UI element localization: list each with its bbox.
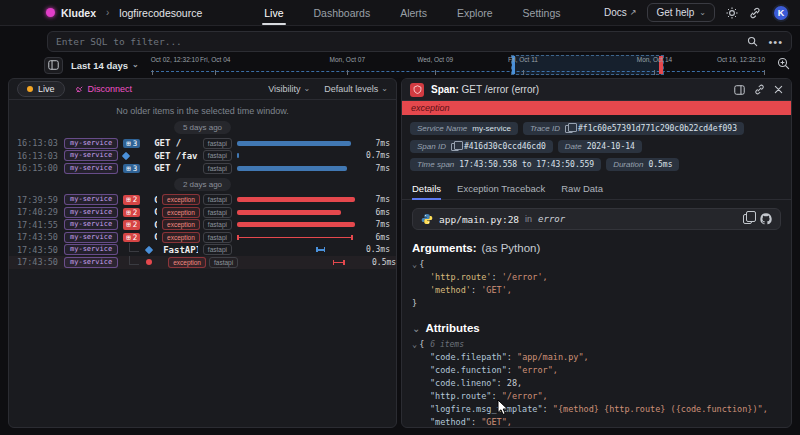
share-link-button[interactable] [749,7,761,19]
copy-icon[interactable] [565,125,573,133]
attr-value: "GET", [476,417,512,427]
child-count-badge[interactable]: ⊞3 [123,164,140,174]
row-timestamp: 17:39:59 [17,195,59,205]
visibility-dropdown[interactable]: Visibility⌄ [268,84,310,94]
user-avatar[interactable]: K [772,4,790,22]
timeline-row: Last 14 days⌄ Oct 02, 12:32:10Fri, Oct 0… [8,55,792,75]
trace-row[interactable]: 17:43:50my-service⊞2GET /errorexceptionf… [9,231,396,244]
timeline-baseline [151,71,765,72]
fastapi-tag[interactable]: fastapi [203,232,232,243]
span-name[interactable]: GET / [154,163,198,173]
function-name: error [538,214,565,224]
empty-window-note: No older items in the selected time wind… [9,106,396,116]
row-timestamp: 16:15:00 [17,163,59,173]
project-name[interactable]: logfirecodesource [119,7,202,19]
span-name[interactable]: GET /error [154,232,157,242]
fastapi-tag[interactable]: fastapi [203,219,232,230]
time-range-dropdown[interactable]: Last 14 days⌄ [71,60,139,71]
copy-icon[interactable] [743,214,752,224]
row-marker: ⊞2 [123,195,149,205]
copy-icon[interactable] [451,143,459,151]
timeline-strip[interactable]: Oct 02, 12:32:10Fri, Oct 04Mon, Oct 07We… [151,55,765,75]
fastapi-tag[interactable]: fastapi [203,194,232,205]
span-name[interactable]: FastAPI arguments [163,245,198,255]
span-name[interactable]: GET /favicon.ico [154,151,198,161]
breadcrumb[interactable]: Kludex › logfirecodesource [46,7,202,19]
link-icon[interactable] [754,84,765,95]
trace-list: No older items in the selected time wind… [9,100,396,427]
github-icon[interactable] [760,213,772,225]
trace-row[interactable]: 16:13:03my-service⊞3GET /fastapi7ms [9,137,396,150]
nav-tab-explore[interactable]: Explore [455,1,495,24]
disconnect-button[interactable]: Disconnect [75,84,133,94]
nav-tab-live[interactable]: Live [262,1,285,24]
py-arg-value: '/error', [497,272,548,282]
exception-tag[interactable]: exception [162,219,200,230]
meta-badge-time-span: Time span17:43:50.558 to 17:43:50.559 [410,158,601,171]
attr-key: "code.function" [430,365,507,375]
fastapi-tag[interactable]: fastapi [203,163,232,174]
trace-row[interactable]: 17:41:55my-service⊞2GET /errorexceptionf… [9,219,396,232]
nav-tab-alerts[interactable]: Alerts [398,1,429,24]
span-name[interactable]: GET /error [154,220,157,230]
child-count-badge[interactable]: ⊞3 [123,139,140,149]
error-dot-icon [146,259,152,265]
timeline-zoom-button[interactable] [777,56,790,74]
docs-link[interactable]: Docs↗ [604,7,637,18]
collapse-caret-icon[interactable]: ⌄ [412,323,420,334]
fastapi-tag[interactable]: fastapi [203,138,232,149]
row-marker: ⊞3 [123,164,149,174]
timeline-tick-label: Mon, Oct 07 [330,56,365,63]
trace-row[interactable]: 16:13:03my-serviceGET /favicon.icofastap… [9,150,396,163]
instant-marker [316,247,325,252]
exception-tag[interactable]: exception [162,232,200,243]
row-timestamp: 17:43:50 [17,245,59,255]
exception-tag[interactable]: exception [162,194,200,205]
row-tags: fastapi [203,138,232,149]
search-icon[interactable] [747,36,758,47]
theme-toggle-button[interactable] [726,7,738,19]
row-marker [123,153,149,159]
duration-bar [237,166,347,171]
fastapi-tag[interactable]: fastapi [203,207,232,218]
filter-menu-button[interactable]: ••• [768,36,783,48]
detail-content[interactable]: app/main.py:28 in error Arguments: (as P… [402,200,791,427]
org-name[interactable]: Kludex [61,7,96,19]
row-duration: 0.5ms [366,258,396,267]
fastapi-tag[interactable]: fastapi [203,150,232,161]
fastapi-tag[interactable]: fastapi [203,244,232,255]
span-name[interactable]: GET / [154,138,198,148]
duration-bar-area [237,208,355,217]
trace-row[interactable]: 17:40:29my-service⊞2GET /errorexceptionf… [9,206,396,219]
meta-badge-duration: Duration0.5ms [606,158,679,171]
trace-row[interactable]: 17:43:50my-serviceFastAPI argumentsfasta… [9,244,396,257]
tab-raw-data[interactable]: Raw Data [561,183,603,199]
live-toggle-button[interactable]: Live [17,81,65,97]
span-name[interactable]: GET /error [154,207,157,217]
trace-row[interactable]: 17:43:50my-serviceGET /error (error)exce… [9,256,396,269]
duration-bar [237,153,239,158]
child-count-badge[interactable]: ⊞2 [123,208,140,218]
tab-exception-traceback[interactable]: Exception Traceback [457,183,545,199]
exception-tag[interactable]: exception [168,257,206,268]
plug-icon [75,85,84,94]
trace-row[interactable]: 16:15:00my-service⊞3GET /fastapi7ms [9,162,396,175]
trace-list-panel: Live Disconnect Visibility⌄ Default leve… [8,78,397,428]
span-name[interactable]: GET /error [154,195,157,205]
sidebar-toggle-button[interactable] [44,57,63,74]
trace-row[interactable]: 17:39:59my-service⊞2GET /errorexceptionf… [9,194,396,207]
close-icon[interactable] [774,85,783,94]
default-levels-dropdown[interactable]: Default levels⌄ [324,84,388,94]
child-count-badge[interactable]: ⊞2 [123,233,140,243]
nav-tab-dashboards[interactable]: Dashboards [312,1,373,24]
tab-details[interactable]: Details [412,183,441,199]
dock-panel-icon[interactable] [734,85,745,95]
source-file-link[interactable]: app/main.py:28 [439,214,519,225]
fastapi-tag[interactable]: fastapi [209,257,238,268]
nav-tab-settings[interactable]: Settings [521,1,563,24]
get-help-button[interactable]: Get help⌄ [647,3,715,22]
child-count-badge[interactable]: ⊞2 [123,195,140,205]
child-count-badge[interactable]: ⊞2 [123,220,140,230]
exception-tag[interactable]: exception [162,207,200,218]
sql-filter-input[interactable] [56,36,747,47]
